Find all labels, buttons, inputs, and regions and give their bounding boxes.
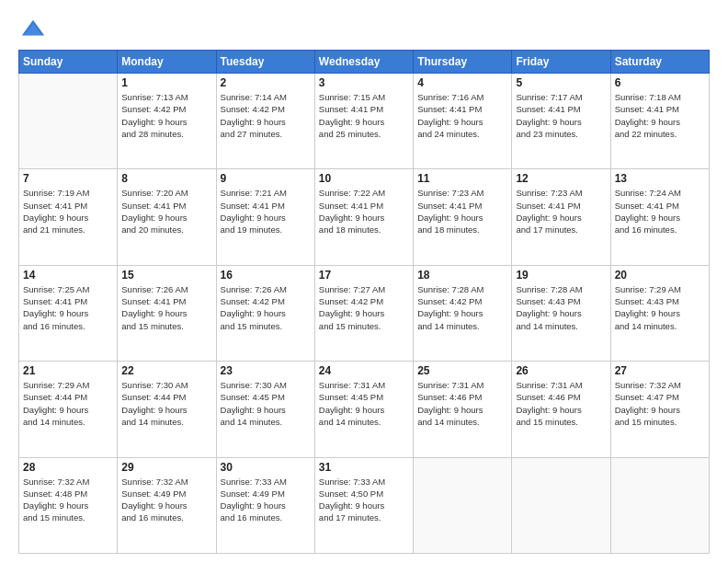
day-info: Sunrise: 7:20 AMSunset: 4:41 PMDaylight:… bbox=[121, 187, 211, 236]
day-info: Sunrise: 7:22 AMSunset: 4:41 PMDaylight:… bbox=[319, 187, 409, 236]
day-number: 21 bbox=[23, 364, 113, 377]
day-info: Sunrise: 7:23 AMSunset: 4:41 PMDaylight:… bbox=[516, 187, 606, 236]
calendar-cell bbox=[512, 457, 610, 553]
day-number: 22 bbox=[121, 364, 211, 377]
day-number: 31 bbox=[319, 461, 409, 474]
logo bbox=[18, 17, 46, 42]
calendar-week-row: 1Sunrise: 7:13 AMSunset: 4:42 PMDaylight… bbox=[19, 74, 710, 169]
day-info: Sunrise: 7:29 AMSunset: 4:43 PMDaylight:… bbox=[615, 283, 705, 332]
header bbox=[18, 17, 710, 42]
day-info: Sunrise: 7:17 AMSunset: 4:41 PMDaylight:… bbox=[516, 91, 606, 140]
day-info: Sunrise: 7:30 AMSunset: 4:44 PMDaylight:… bbox=[121, 379, 211, 428]
calendar-cell: 13Sunrise: 7:24 AMSunset: 4:41 PMDayligh… bbox=[610, 169, 709, 265]
calendar-cell: 27Sunrise: 7:32 AMSunset: 4:47 PMDayligh… bbox=[610, 362, 709, 457]
day-info: Sunrise: 7:27 AMSunset: 4:42 PMDaylight:… bbox=[319, 283, 409, 332]
calendar-cell bbox=[610, 457, 709, 553]
day-number: 10 bbox=[319, 172, 409, 185]
day-info: Sunrise: 7:18 AMSunset: 4:41 PMDaylight:… bbox=[615, 91, 705, 140]
day-number: 13 bbox=[615, 172, 705, 185]
calendar-cell bbox=[19, 74, 118, 169]
calendar-cell: 28Sunrise: 7:32 AMSunset: 4:48 PMDayligh… bbox=[19, 457, 118, 553]
day-info: Sunrise: 7:33 AMSunset: 4:50 PMDaylight:… bbox=[319, 476, 409, 524]
calendar-cell: 22Sunrise: 7:30 AMSunset: 4:44 PMDayligh… bbox=[118, 362, 216, 457]
day-info: Sunrise: 7:32 AMSunset: 4:48 PMDaylight:… bbox=[23, 476, 113, 524]
day-number: 30 bbox=[221, 461, 311, 474]
calendar-cell: 25Sunrise: 7:31 AMSunset: 4:46 PMDayligh… bbox=[414, 362, 512, 457]
day-info: Sunrise: 7:23 AMSunset: 4:41 PMDaylight:… bbox=[417, 187, 507, 236]
calendar-header-row: SundayMondayTuesdayWednesdayThursdayFrid… bbox=[19, 51, 710, 74]
day-info: Sunrise: 7:26 AMSunset: 4:41 PMDaylight:… bbox=[121, 283, 211, 332]
day-number: 1 bbox=[121, 76, 211, 89]
day-info: Sunrise: 7:31 AMSunset: 4:46 PMDaylight:… bbox=[516, 379, 606, 428]
calendar-header-sunday: Sunday bbox=[19, 51, 118, 74]
calendar-cell: 15Sunrise: 7:26 AMSunset: 4:41 PMDayligh… bbox=[118, 265, 216, 361]
calendar-header-saturday: Saturday bbox=[610, 51, 709, 74]
calendar-header-wednesday: Wednesday bbox=[314, 51, 413, 74]
calendar-cell: 10Sunrise: 7:22 AMSunset: 4:41 PMDayligh… bbox=[314, 169, 413, 265]
calendar-cell: 12Sunrise: 7:23 AMSunset: 4:41 PMDayligh… bbox=[512, 169, 610, 265]
day-number: 5 bbox=[516, 76, 606, 89]
calendar-cell: 9Sunrise: 7:21 AMSunset: 4:41 PMDaylight… bbox=[216, 169, 314, 265]
day-info: Sunrise: 7:16 AMSunset: 4:41 PMDaylight:… bbox=[417, 91, 507, 140]
day-info: Sunrise: 7:32 AMSunset: 4:49 PMDaylight:… bbox=[121, 476, 211, 524]
day-number: 19 bbox=[516, 269, 606, 282]
calendar-cell: 14Sunrise: 7:25 AMSunset: 4:41 PMDayligh… bbox=[19, 265, 118, 361]
day-info: Sunrise: 7:15 AMSunset: 4:41 PMDaylight:… bbox=[319, 91, 409, 140]
calendar: SundayMondayTuesdayWednesdayThursdayFrid… bbox=[18, 50, 710, 554]
day-number: 23 bbox=[221, 364, 311, 377]
day-info: Sunrise: 7:13 AMSunset: 4:42 PMDaylight:… bbox=[121, 91, 211, 140]
calendar-cell: 5Sunrise: 7:17 AMSunset: 4:41 PMDaylight… bbox=[512, 74, 610, 169]
day-number: 12 bbox=[516, 172, 606, 185]
calendar-cell: 6Sunrise: 7:18 AMSunset: 4:41 PMDaylight… bbox=[610, 74, 709, 169]
calendar-cell: 8Sunrise: 7:20 AMSunset: 4:41 PMDaylight… bbox=[118, 169, 216, 265]
calendar-cell: 16Sunrise: 7:26 AMSunset: 4:42 PMDayligh… bbox=[216, 265, 314, 361]
day-number: 18 bbox=[417, 269, 507, 282]
calendar-cell: 2Sunrise: 7:14 AMSunset: 4:42 PMDaylight… bbox=[216, 74, 314, 169]
day-number: 7 bbox=[23, 172, 113, 185]
calendar-header-thursday: Thursday bbox=[414, 51, 512, 74]
calendar-cell: 20Sunrise: 7:29 AMSunset: 4:43 PMDayligh… bbox=[610, 265, 709, 361]
page: SundayMondayTuesdayWednesdayThursdayFrid… bbox=[0, 0, 728, 563]
day-number: 26 bbox=[516, 364, 606, 377]
day-number: 27 bbox=[615, 364, 705, 377]
calendar-cell: 4Sunrise: 7:16 AMSunset: 4:41 PMDaylight… bbox=[414, 74, 512, 169]
calendar-cell: 17Sunrise: 7:27 AMSunset: 4:42 PMDayligh… bbox=[314, 265, 413, 361]
day-info: Sunrise: 7:26 AMSunset: 4:42 PMDaylight:… bbox=[221, 283, 311, 332]
day-info: Sunrise: 7:19 AMSunset: 4:41 PMDaylight:… bbox=[23, 187, 113, 236]
day-number: 4 bbox=[417, 76, 507, 89]
calendar-header-friday: Friday bbox=[512, 51, 610, 74]
day-info: Sunrise: 7:28 AMSunset: 4:43 PMDaylight:… bbox=[516, 283, 606, 332]
calendar-cell: 23Sunrise: 7:30 AMSunset: 4:45 PMDayligh… bbox=[216, 362, 314, 457]
calendar-cell bbox=[414, 457, 512, 553]
calendar-week-row: 28Sunrise: 7:32 AMSunset: 4:48 PMDayligh… bbox=[19, 457, 710, 553]
calendar-cell: 18Sunrise: 7:28 AMSunset: 4:42 PMDayligh… bbox=[414, 265, 512, 361]
calendar-week-row: 14Sunrise: 7:25 AMSunset: 4:41 PMDayligh… bbox=[19, 265, 710, 361]
calendar-cell: 31Sunrise: 7:33 AMSunset: 4:50 PMDayligh… bbox=[314, 457, 413, 553]
calendar-cell: 30Sunrise: 7:33 AMSunset: 4:49 PMDayligh… bbox=[216, 457, 314, 553]
calendar-cell: 24Sunrise: 7:31 AMSunset: 4:45 PMDayligh… bbox=[314, 362, 413, 457]
day-number: 29 bbox=[121, 461, 211, 474]
day-info: Sunrise: 7:24 AMSunset: 4:41 PMDaylight:… bbox=[615, 187, 705, 236]
calendar-header-monday: Monday bbox=[118, 51, 216, 74]
day-number: 11 bbox=[417, 172, 507, 185]
day-info: Sunrise: 7:31 AMSunset: 4:46 PMDaylight:… bbox=[417, 379, 507, 428]
day-info: Sunrise: 7:28 AMSunset: 4:42 PMDaylight:… bbox=[417, 283, 507, 332]
calendar-cell: 7Sunrise: 7:19 AMSunset: 4:41 PMDaylight… bbox=[19, 169, 118, 265]
calendar-cell: 1Sunrise: 7:13 AMSunset: 4:42 PMDaylight… bbox=[118, 74, 216, 169]
calendar-cell: 26Sunrise: 7:31 AMSunset: 4:46 PMDayligh… bbox=[512, 362, 610, 457]
calendar-cell: 11Sunrise: 7:23 AMSunset: 4:41 PMDayligh… bbox=[414, 169, 512, 265]
logo-icon bbox=[20, 17, 46, 42]
day-info: Sunrise: 7:30 AMSunset: 4:45 PMDaylight:… bbox=[221, 379, 311, 428]
calendar-cell: 19Sunrise: 7:28 AMSunset: 4:43 PMDayligh… bbox=[512, 265, 610, 361]
day-number: 8 bbox=[121, 172, 211, 185]
day-number: 9 bbox=[221, 172, 311, 185]
day-number: 20 bbox=[615, 269, 705, 282]
calendar-week-row: 7Sunrise: 7:19 AMSunset: 4:41 PMDaylight… bbox=[19, 169, 710, 265]
calendar-week-row: 21Sunrise: 7:29 AMSunset: 4:44 PMDayligh… bbox=[19, 362, 710, 457]
day-number: 2 bbox=[221, 76, 311, 89]
day-info: Sunrise: 7:29 AMSunset: 4:44 PMDaylight:… bbox=[23, 379, 113, 428]
day-info: Sunrise: 7:33 AMSunset: 4:49 PMDaylight:… bbox=[221, 476, 311, 524]
day-info: Sunrise: 7:21 AMSunset: 4:41 PMDaylight:… bbox=[221, 187, 311, 236]
day-number: 6 bbox=[615, 76, 705, 89]
calendar-cell: 29Sunrise: 7:32 AMSunset: 4:49 PMDayligh… bbox=[118, 457, 216, 553]
